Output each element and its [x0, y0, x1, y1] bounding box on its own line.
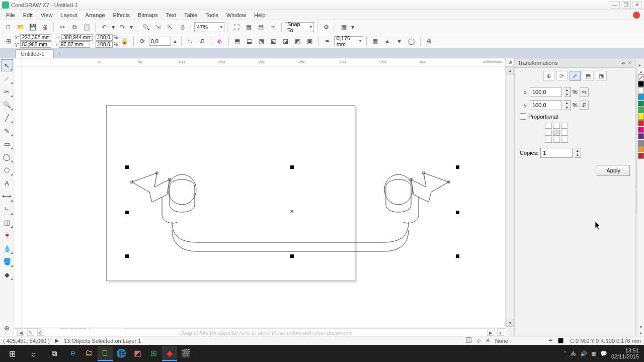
snap-to-combo[interactable]: Snap To — [285, 22, 314, 32]
scale-y-input[interactable] — [96, 41, 113, 48]
menu-table[interactable]: Table — [180, 11, 201, 19]
shape-tool[interactable]: ⟋ — [1, 72, 13, 84]
doc-palette-eyedrop[interactable]: ✎ — [27, 330, 34, 336]
sel-handle-tr[interactable] — [456, 165, 459, 169]
undo-dropdown[interactable]: ▾ — [111, 22, 116, 33]
menu-edit[interactable]: Edit — [19, 11, 37, 19]
drawing-view[interactable]: ✕ — [22, 66, 505, 327]
transform-scale-tab[interactable]: ⤢ — [570, 71, 581, 81]
minimize-button[interactable]: — — [610, 1, 620, 9]
swatch-cyan[interactable] — [638, 94, 644, 100]
sel-handle-ml[interactable] — [125, 211, 129, 214]
swatch-gray[interactable] — [638, 140, 644, 146]
connector-tool[interactable]: ⤷ — [1, 203, 13, 215]
intersect-button[interactable]: ⬔ — [256, 36, 267, 47]
cut-button[interactable]: ✂ — [57, 22, 68, 33]
sel-center[interactable]: ✕ — [290, 209, 294, 214]
doc-palette-next[interactable]: ▶ — [487, 330, 494, 336]
menu-help[interactable]: Help — [250, 11, 270, 19]
palette-up[interactable]: ▴ — [638, 68, 644, 74]
scale-x-input[interactable] — [96, 34, 113, 41]
anchor-ml[interactable] — [545, 130, 552, 136]
transform-size-tab[interactable]: ⬒ — [583, 71, 594, 81]
quick-customize[interactable]: ⊕ — [1, 322, 13, 334]
parallel-dim-tool[interactable]: ⟷ — [1, 190, 13, 202]
copy-button[interactable]: ⧉ — [69, 22, 80, 33]
sel-handle-tl[interactable] — [125, 165, 129, 169]
doc-palette-prev[interactable]: ◀ — [17, 330, 24, 336]
copies-spinner[interactable]: ▴▾ — [575, 148, 581, 158]
ruler-horizontal[interactable]: 0 50 100 150 200 250 300 350 400 — [22, 58, 505, 66]
sel-handle-mr[interactable] — [456, 211, 459, 214]
mirror-v-toggle[interactable]: ⇵ — [580, 101, 589, 110]
trim-button[interactable]: ⬓ — [244, 36, 255, 47]
undo-button[interactable]: ↶ — [99, 22, 110, 33]
canvas-area[interactable]: 0 50 100 150 200 250 300 350 400 ⊕ — [14, 58, 514, 336]
wrap-text-button[interactable]: ▦ — [370, 36, 381, 47]
rectangle-tool[interactable]: ▭ — [1, 138, 13, 150]
ruler-origin[interactable] — [14, 58, 22, 66]
swatch-yellow[interactable] — [638, 114, 644, 120]
to-front-button[interactable]: ▲ — [382, 36, 393, 47]
zoom-level-combo[interactable]: 47% — [194, 22, 224, 32]
close-button[interactable]: ✕ — [632, 1, 642, 9]
palette-flyout[interactable]: ▸ — [638, 330, 644, 336]
ungroup-button[interactable]: ⬖ — [214, 36, 225, 47]
publish-pdf-button[interactable]: ⎙ — [177, 22, 188, 33]
swatch-lightgreen[interactable] — [638, 107, 644, 113]
zoom-tool[interactable]: 🔍 — [1, 99, 13, 111]
taskbar-clock[interactable]: 13:51 02/11/2015 — [611, 347, 639, 359]
menu-arrange[interactable]: Arrange — [81, 11, 109, 19]
polygon-tool[interactable]: ⬠ — [1, 164, 13, 176]
anchor-bl[interactable] — [545, 137, 552, 143]
mirror-horizontal-button[interactable]: ⇋ — [185, 36, 196, 47]
position-y-input[interactable] — [20, 41, 51, 48]
swatch-none[interactable] — [638, 74, 644, 80]
eyedropper-tool[interactable]: 💧 — [1, 242, 13, 254]
search-button[interactable]: ⌕ — [23, 346, 43, 361]
scroll-down[interactable]: ▾ — [506, 319, 514, 327]
docker-title[interactable]: Transformations ◂▸ ✕ — [515, 58, 635, 68]
object-origin-button[interactable]: ⊞ — [3, 36, 14, 47]
transform-x-spinner[interactable]: ▴▾ — [564, 87, 571, 97]
taskbar-coreldraw[interactable]: ◆ — [162, 346, 177, 361]
sel-handle-bc[interactable] — [290, 254, 294, 258]
swatch-orange[interactable] — [638, 146, 644, 152]
anchor-br[interactable] — [561, 137, 568, 143]
menu-tools[interactable]: Tools — [201, 11, 222, 19]
front-minus-back-button[interactable]: ◪ — [280, 36, 291, 47]
show-guidelines-button[interactable]: ⌗ — [267, 22, 278, 33]
tray-up-icon[interactable]: ˄ — [564, 350, 567, 357]
swatch-red[interactable] — [638, 120, 644, 126]
tray-volume-icon[interactable]: 🔊 — [580, 350, 587, 357]
start-button[interactable]: ⊞ — [2, 346, 22, 361]
swatch-darkred[interactable] — [638, 153, 644, 159]
doc-palette-menu[interactable]: ▸ — [497, 330, 504, 336]
swatch-purple[interactable] — [638, 133, 644, 139]
menu-layout[interactable]: Layout — [56, 11, 81, 19]
mirror-vertical-button[interactable]: ⇵ — [197, 36, 208, 47]
transform-rotate-tab[interactable]: ⟳ — [556, 71, 568, 81]
docker-close-icon[interactable]: ✕ — [628, 60, 632, 65]
selected-artwork[interactable] — [122, 167, 459, 262]
menu-file[interactable]: File — [2, 11, 19, 19]
fill-diamond-icon[interactable]: ◇ — [476, 337, 480, 344]
vertical-scrollbar[interactable]: ▴ ▾ — [505, 66, 514, 327]
mirror-h-toggle[interactable]: ⇋ — [580, 87, 589, 97]
fullscreen-button[interactable]: ⛶ — [231, 22, 242, 33]
crop-tool[interactable]: ✂ — [1, 85, 13, 98]
print-button[interactable]: 🖨 — [39, 22, 50, 33]
taskbar-chrome[interactable]: 🌐 — [114, 346, 129, 361]
anchor-tr[interactable] — [561, 123, 568, 129]
drop-shadow-tool[interactable]: ◫ — [1, 216, 13, 228]
ellipse-tool[interactable]: ◯ — [1, 151, 13, 163]
position-x-input[interactable] — [20, 34, 51, 41]
options-button[interactable]: ⚙ — [320, 22, 332, 33]
transparency-tool[interactable]: 🍷 — [1, 229, 13, 241]
anchor-bc[interactable] — [553, 137, 560, 143]
taskbar-excel[interactable]: ⊞ — [146, 346, 161, 361]
lock-ratio-button[interactable]: 🔒 — [119, 36, 130, 47]
new-button[interactable]: 🗋 — [3, 22, 14, 33]
add-preset-button[interactable]: ⊕ — [424, 36, 435, 47]
scroll-up[interactable]: ▴ — [506, 66, 514, 74]
